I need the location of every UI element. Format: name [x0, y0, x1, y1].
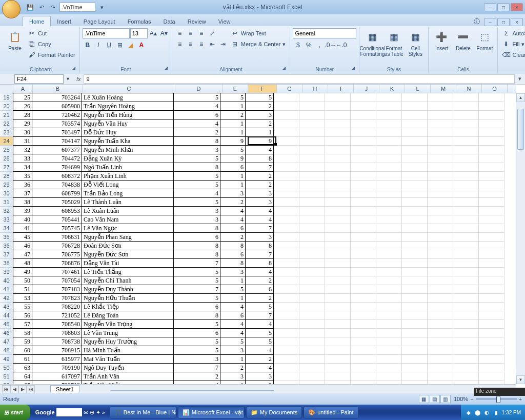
cell[interactable] — [453, 128, 479, 137]
cell[interactable] — [325, 337, 351, 346]
cell[interactable] — [428, 128, 453, 137]
cell[interactable] — [402, 102, 428, 111]
cell[interactable]: 57 — [13, 319, 32, 329]
cell[interactable]: 58 — [13, 328, 32, 337]
cell[interactable] — [428, 233, 453, 242]
cell[interactable] — [479, 259, 504, 268]
cell[interactable] — [479, 303, 504, 311]
column-header[interactable]: M — [431, 85, 456, 93]
cell[interactable] — [325, 250, 351, 259]
cell[interactable] — [325, 128, 351, 137]
cell[interactable] — [299, 259, 325, 268]
cell[interactable] — [453, 233, 479, 242]
cell[interactable]: 60 — [13, 346, 32, 355]
row-header[interactable]: 45 — [0, 320, 13, 329]
cell[interactable]: 4 — [245, 267, 274, 276]
cell[interactable] — [428, 102, 453, 111]
cell[interactable] — [351, 137, 376, 146]
cell[interactable] — [402, 198, 428, 207]
cell[interactable] — [428, 111, 453, 119]
cell[interactable]: 7 — [173, 285, 220, 294]
cell[interactable] — [428, 163, 453, 172]
cell[interactable] — [274, 233, 299, 242]
cell[interactable] — [428, 154, 453, 163]
cell[interactable] — [299, 233, 325, 242]
cell[interactable] — [325, 276, 351, 285]
sheet-tab[interactable]: Sheet1 — [50, 385, 79, 393]
cell[interactable] — [453, 154, 479, 163]
row-header[interactable]: 44 — [0, 311, 13, 320]
cell[interactable]: 5 — [173, 93, 220, 102]
cell[interactable]: Nguyễn Phan Sang — [82, 232, 174, 242]
comma-button[interactable]: , — [314, 40, 325, 50]
cell[interactable]: 1 — [220, 276, 246, 285]
cell[interactable] — [325, 172, 351, 181]
cell[interactable] — [479, 102, 504, 111]
cell[interactable] — [299, 128, 325, 137]
cell[interactable] — [428, 146, 453, 154]
name-box-dropdown-icon[interactable]: ▼ — [66, 76, 73, 82]
cell[interactable] — [299, 119, 325, 128]
cell[interactable] — [274, 268, 299, 276]
cell[interactable] — [351, 372, 376, 381]
tab-view[interactable]: View — [212, 16, 237, 26]
cell[interactable] — [376, 172, 402, 181]
cell[interactable] — [351, 329, 376, 337]
cell[interactable] — [376, 189, 402, 198]
cell[interactable] — [428, 250, 453, 259]
column-header[interactable]: D — [175, 85, 223, 93]
row-header[interactable]: 20 — [0, 102, 13, 111]
cell[interactable]: 721052 — [32, 311, 82, 320]
tab-page-layout[interactable]: Page Layout — [77, 16, 122, 26]
row-header[interactable]: 30 — [0, 189, 13, 198]
cell[interactable]: 4 — [220, 319, 246, 329]
delete-cells-button[interactable]: ➖Delete — [453, 28, 473, 51]
cell[interactable] — [299, 276, 325, 285]
cell[interactable]: 7 — [245, 163, 274, 172]
cell[interactable]: 608953 — [32, 206, 82, 215]
cell[interactable] — [274, 372, 299, 381]
cell[interactable]: 709190 — [32, 363, 82, 372]
cell[interactable]: 51 — [13, 285, 32, 294]
dialog-launcher-icon[interactable]: ◢ — [350, 66, 356, 72]
row-header[interactable]: 33 — [0, 215, 13, 224]
cell[interactable] — [299, 224, 325, 233]
taskbar-item[interactable]: 📊Microsoft Excel - vật l… — [178, 406, 245, 418]
cell[interactable] — [428, 189, 453, 198]
cell[interactable]: 30 — [13, 128, 32, 137]
cell[interactable] — [376, 355, 402, 364]
cell[interactable] — [402, 119, 428, 128]
cell[interactable] — [325, 181, 351, 189]
scroll-down-icon[interactable]: ▼ — [516, 375, 525, 384]
cell[interactable] — [351, 163, 376, 172]
cell[interactable] — [299, 250, 325, 259]
row-header[interactable]: 19 — [0, 93, 13, 102]
cell[interactable]: 50 — [13, 276, 32, 285]
cell[interactable]: 5 — [245, 328, 274, 337]
cell[interactable]: 2 — [220, 363, 246, 372]
cell[interactable] — [428, 372, 453, 381]
cell[interactable] — [402, 137, 428, 146]
cell[interactable] — [299, 102, 325, 111]
cell[interactable]: 706775 — [32, 250, 82, 259]
cell[interactable] — [351, 198, 376, 207]
cell[interactable] — [325, 242, 351, 250]
cell[interactable]: 4 — [220, 328, 246, 337]
cell[interactable] — [376, 346, 402, 355]
cell[interactable] — [402, 111, 428, 119]
cell[interactable] — [299, 303, 325, 311]
cell[interactable]: 720462 — [32, 110, 82, 119]
cell[interactable] — [325, 93, 351, 102]
cell[interactable]: 59 — [13, 337, 32, 346]
cell[interactable] — [351, 268, 376, 276]
cell[interactable] — [402, 242, 428, 250]
cell[interactable]: Đặng Xuân Kỳ — [82, 154, 174, 163]
cell[interactable]: Hà Minh Tuấn — [82, 346, 174, 355]
align-right-button[interactable]: ≡ — [196, 39, 207, 49]
cell[interactable]: 40 — [13, 215, 32, 224]
row-header[interactable]: 38 — [0, 259, 13, 268]
cell[interactable] — [428, 364, 453, 372]
cell[interactable]: 5 — [220, 337, 246, 346]
cell[interactable] — [479, 285, 504, 294]
cell[interactable] — [453, 268, 479, 276]
